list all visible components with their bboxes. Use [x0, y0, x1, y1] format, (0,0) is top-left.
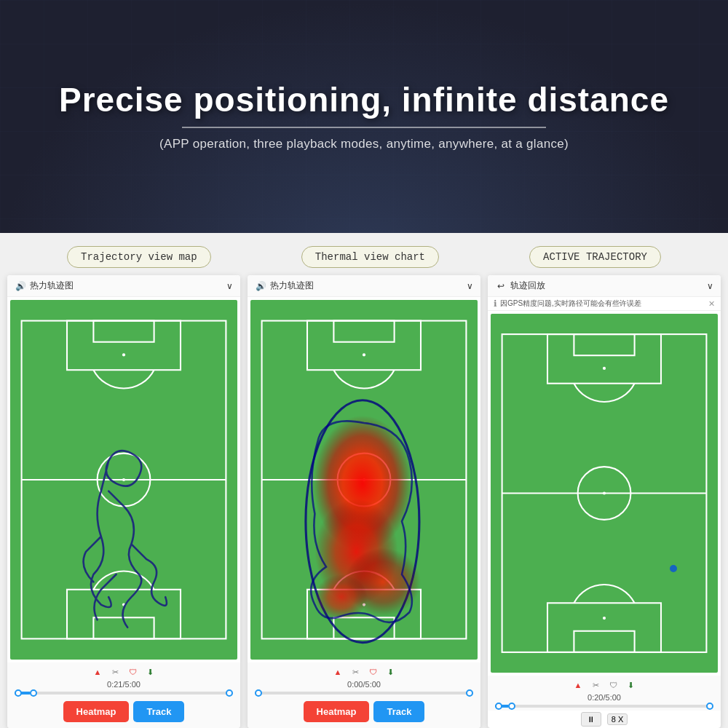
hero-divider	[182, 127, 546, 128]
info-icon: ℹ	[494, 298, 497, 309]
card-active: ↩ 轨迹回放 ∨ ℹ 因GPS精度问题,实时路径可能会有些许误差 ✕	[488, 275, 721, 728]
hero-title: Precise positioning, infinite distance	[59, 82, 669, 119]
thermal-label: Thermal view chart	[301, 246, 439, 268]
bottom-section: Trajectory view map Thermal view chart A…	[0, 233, 728, 728]
shield-icon-2: 🛡	[366, 665, 379, 678]
chevron-down-icon-2[interactable]: ∨	[467, 281, 473, 291]
thermal-time: 0:00/5:00	[253, 680, 475, 689]
slider-thumb-left-2[interactable]	[255, 689, 262, 697]
slider-thumb-left-3[interactable]	[495, 703, 502, 710]
trajectory-path-svg	[10, 300, 237, 660]
active-field-lines-svg	[491, 314, 718, 673]
download-icon-2: ⬇	[384, 665, 397, 678]
replay-icon: ↩	[495, 280, 507, 292]
chevron-down-icon-3[interactable]: ∨	[707, 281, 713, 291]
slider-track-3[interactable]	[495, 705, 713, 708]
card-trajectory-header: 🔊 热力轨迹图 ∨	[7, 275, 240, 297]
slider-thumb-mid[interactable]	[30, 689, 37, 697]
card-header-left-2: 🔊 热力轨迹图	[255, 280, 314, 292]
svg-point-37	[603, 617, 606, 620]
slider-thumb-left[interactable]	[15, 689, 22, 697]
hero-section: Precise positioning, infinite distance (…	[0, 0, 728, 233]
svg-point-31	[603, 491, 606, 494]
slider-thumb-right-3[interactable]	[706, 703, 713, 710]
scissors-icon-2: ✂	[349, 665, 362, 678]
heatmap-svg	[250, 300, 478, 660]
speed-button[interactable]: 8 X	[607, 713, 628, 725]
trajectory-time: 0:21/5:00	[13, 680, 234, 689]
trajectory-slider[interactable]	[7, 690, 240, 697]
shield-icon: 🛡	[126, 665, 139, 678]
card-active-header: ↩ 轨迹回放 ∨	[488, 275, 721, 297]
position-dot	[670, 565, 677, 572]
download-icon-3: ⬇	[624, 678, 637, 692]
controls-icons-3: ▲ ✂ 🛡 ⬇	[494, 678, 715, 692]
slider-track-2[interactable]	[255, 692, 473, 695]
hero-subtitle: (APP operation, three playback modes, an…	[59, 137, 669, 151]
heatmap-button-2[interactable]: Heatmap	[304, 701, 370, 722]
active-field	[491, 314, 718, 673]
active-label: ACTIVE TRAJECTORY	[529, 246, 661, 268]
close-icon[interactable]: ✕	[708, 299, 715, 309]
trajectory-field	[10, 300, 237, 660]
card-trajectory-title: 热力轨迹图	[30, 280, 74, 292]
arrow-up-icon: ▲	[91, 665, 104, 678]
card-thermal-header: 🔊 热力轨迹图 ∨	[248, 275, 480, 297]
card-header-left-3: ↩ 轨迹回放	[495, 280, 545, 292]
active-controls: ▲ ✂ 🛡 ⬇ 0:20/5:00	[488, 676, 721, 703]
card-header-left: 🔊 热力轨迹图	[15, 280, 74, 292]
svg-point-36	[603, 367, 606, 370]
scissors-icon-3: ✂	[589, 678, 602, 692]
hero-content: Precise positioning, infinite distance (…	[59, 82, 669, 152]
shield-icon-3: 🛡	[606, 678, 620, 692]
thermal-controls: ▲ ✂ 🛡 ⬇ 0:00/5:00	[248, 662, 480, 690]
slider-thumb-right-2[interactable]	[466, 689, 473, 697]
trajectory-controls: ▲ ✂ 🛡 ⬇ 0:21/5:00	[7, 662, 240, 690]
labels-row: Trajectory view map Thermal view chart A…	[0, 233, 728, 268]
trajectory-action-buttons: Heatmap Track	[7, 697, 240, 728]
controls-icons-2: ▲ ✂ 🛡 ⬇	[253, 665, 475, 678]
pause-button[interactable]: ⏸	[581, 712, 601, 727]
speaker-icon: 🔊	[15, 280, 26, 292]
track-button-1[interactable]: Track	[133, 701, 184, 722]
trajectory-label: Trajectory view map	[67, 246, 211, 268]
download-icon: ⬇	[143, 665, 157, 678]
thermal-field	[250, 300, 478, 660]
heatmap-button-1[interactable]: Heatmap	[63, 701, 130, 722]
cards-row: 🔊 热力轨迹图 ∨	[0, 268, 728, 728]
card-active-title: 轨迹回放	[510, 280, 545, 292]
arrow-up-icon-2: ▲	[331, 665, 344, 678]
info-text: 因GPS精度问题,实时路径可能会有些许误差	[500, 298, 641, 309]
info-bar: ℹ 因GPS精度问题,实时路径可能会有些许误差 ✕	[488, 297, 721, 311]
active-time: 0:20/5:00	[494, 693, 715, 702]
slider-thumb-mid-3[interactable]	[508, 703, 515, 710]
card-trajectory: 🔊 热力轨迹图 ∨	[7, 275, 240, 728]
card-thermal: 🔊 热力轨迹图 ∨	[248, 275, 480, 728]
chevron-down-icon[interactable]: ∨	[226, 281, 233, 291]
track-button-2[interactable]: Track	[373, 701, 424, 722]
thermal-action-buttons: Heatmap Track	[248, 697, 480, 728]
controls-icons: ▲ ✂ 🛡 ⬇	[13, 665, 234, 678]
thermal-slider[interactable]	[248, 690, 480, 697]
slider-thumb-right[interactable]	[226, 689, 233, 697]
card-thermal-title: 热力轨迹图	[270, 280, 314, 292]
speaker-icon-2: 🔊	[255, 280, 266, 292]
arrow-up-icon-3: ▲	[571, 678, 585, 692]
scissors-icon: ✂	[108, 665, 122, 678]
active-slider[interactable]	[488, 703, 721, 711]
slider-track[interactable]	[15, 692, 233, 695]
playback-controls: ⏸ 8 X	[488, 711, 721, 728]
